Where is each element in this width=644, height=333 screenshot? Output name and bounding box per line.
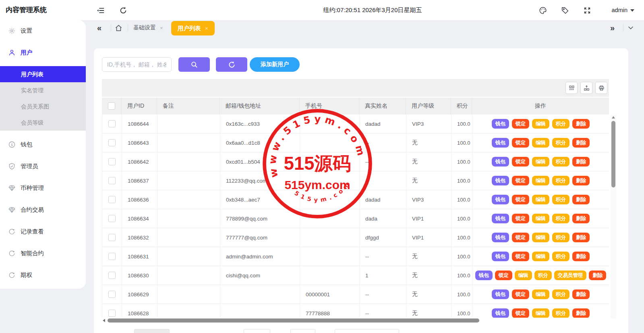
wallet-button[interactable]: 钱包 <box>492 233 509 243</box>
points-button[interactable]: 积分 <box>552 176 569 186</box>
points-button[interactable]: 积分 <box>552 289 569 300</box>
fullscreen-icon[interactable] <box>583 6 591 15</box>
edit-button[interactable]: 编辑 <box>515 271 532 281</box>
wallet-button[interactable]: 钱包 <box>492 252 509 262</box>
edit-button[interactable]: 编辑 <box>532 157 549 167</box>
points-button[interactable]: 积分 <box>552 138 569 148</box>
horizontal-scrollbar-thumb[interactable] <box>108 318 479 323</box>
sidebar-subitem-4[interactable]: 会员关系图 <box>0 98 86 114</box>
lock-button[interactable]: 锁定 <box>512 233 529 243</box>
lock-button[interactable]: 锁定 <box>512 308 529 318</box>
row-checkbox[interactable] <box>108 291 116 298</box>
delete-button[interactable]: 删除 <box>572 289 590 300</box>
delete-button[interactable]: 删除 <box>572 119 590 129</box>
select-all-checkbox[interactable] <box>108 102 115 110</box>
sidebar-item-9[interactable]: 合约交易 <box>0 202 86 218</box>
trader-button[interactable]: 交易员管理 <box>554 271 587 281</box>
pagination-button[interactable] <box>290 329 315 333</box>
points-button[interactable]: 积分 <box>552 308 569 318</box>
sidebar-subitem-3[interactable]: 实名管理 <box>0 82 86 98</box>
sidebar-subitem-2[interactable]: 用户列表 <box>0 66 86 82</box>
sidebar-item-1[interactable]: 用户 <box>0 44 86 60</box>
tabs-menu-chevron-down-icon[interactable] <box>627 20 634 35</box>
lock-button[interactable]: 锁定 <box>512 214 529 224</box>
tabs-scroll-left[interactable]: « <box>97 20 101 35</box>
points-button[interactable]: 积分 <box>552 252 569 262</box>
delete-button[interactable]: 删除 <box>572 214 590 224</box>
edit-button[interactable]: 编辑 <box>532 308 549 318</box>
search-input[interactable] <box>102 57 172 72</box>
edit-button[interactable]: 编辑 <box>532 233 549 243</box>
sidebar-item-12[interactable]: 期权 <box>0 267 86 283</box>
edit-button[interactable]: 编辑 <box>532 195 549 205</box>
print-icon[interactable] <box>595 82 607 94</box>
pagination-button[interactable] <box>244 329 270 333</box>
wallet-button[interactable]: 钱包 <box>492 119 509 129</box>
lock-button[interactable]: 锁定 <box>512 252 529 262</box>
scroll-left-arrow-icon[interactable] <box>103 319 105 322</box>
wallet-button[interactable]: 钱包 <box>492 138 509 148</box>
sidebar-item-0[interactable]: 设置 <box>0 23 86 39</box>
wallet-button[interactable]: 钱包 <box>492 289 509 300</box>
row-checkbox[interactable] <box>108 253 116 260</box>
wallet-button[interactable]: 钱包 <box>492 308 509 318</box>
tab-basic-settings[interactable]: 基础设置 × <box>133 20 163 35</box>
sidebar-item-6[interactable]: $钱包 <box>0 136 86 152</box>
tab-user-list[interactable]: 用户列表 × <box>171 21 215 35</box>
close-icon[interactable]: × <box>160 25 163 31</box>
row-checkbox[interactable] <box>108 196 116 203</box>
wallet-button[interactable]: 钱包 <box>492 195 509 205</box>
tabs-scroll-right[interactable]: » <box>610 20 615 35</box>
lock-button[interactable]: 锁定 <box>512 157 529 167</box>
lock-button[interactable]: 锁定 <box>512 289 529 300</box>
home-icon[interactable] <box>115 20 122 35</box>
user-menu[interactable]: admin <box>612 0 635 20</box>
lock-button[interactable]: 锁定 <box>512 195 529 205</box>
menu-fold-icon[interactable] <box>97 6 105 15</box>
delete-button[interactable]: 删除 <box>572 308 590 318</box>
delete-button[interactable]: 删除 <box>572 233 590 243</box>
row-checkbox[interactable] <box>108 158 116 165</box>
lock-button[interactable]: 锁定 <box>512 119 529 129</box>
points-button[interactable]: 积分 <box>552 195 569 205</box>
lock-button[interactable]: 锁定 <box>512 138 529 148</box>
add-user-button[interactable]: 添加新用户 <box>250 57 300 72</box>
delete-button[interactable]: 删除 <box>572 157 590 167</box>
row-checkbox[interactable] <box>108 120 116 127</box>
sidebar-item-8[interactable]: 币种管理 <box>0 180 86 196</box>
delete-button[interactable]: 删除 <box>572 252 590 262</box>
pagination-button[interactable] <box>335 329 399 333</box>
delete-button[interactable]: 删除 <box>572 195 590 205</box>
wallet-button[interactable]: 钱包 <box>492 176 509 186</box>
vertical-scrollbar-thumb[interactable] <box>611 121 615 187</box>
delete-button[interactable]: 删除 <box>589 271 606 281</box>
row-checkbox[interactable] <box>108 234 116 241</box>
columns-icon[interactable] <box>565 82 578 94</box>
refresh-icon[interactable] <box>119 6 127 15</box>
points-button[interactable]: 积分 <box>552 233 569 243</box>
edit-button[interactable]: 编辑 <box>532 119 549 129</box>
vertical-scrollbar[interactable] <box>611 115 616 318</box>
edit-button[interactable]: 编辑 <box>532 176 549 186</box>
wallet-button[interactable]: 钱包 <box>475 271 493 281</box>
row-checkbox[interactable] <box>108 310 116 317</box>
sidebar-subitem-5[interactable]: 会员等级 <box>0 114 86 131</box>
row-checkbox[interactable] <box>108 215 116 222</box>
edit-button[interactable]: 编辑 <box>532 252 549 262</box>
row-checkbox[interactable] <box>108 272 116 279</box>
horizontal-scrollbar[interactable] <box>102 318 609 323</box>
points-button[interactable]: 积分 <box>552 214 569 224</box>
sidebar-item-7[interactable]: 管理员 <box>0 158 86 174</box>
delete-button[interactable]: 删除 <box>572 176 590 186</box>
edit-button[interactable]: 编辑 <box>532 289 549 300</box>
wallet-button[interactable]: 钱包 <box>492 214 509 224</box>
scroll-up-arrow-icon[interactable] <box>612 116 615 119</box>
lock-button[interactable]: 锁定 <box>512 176 529 186</box>
sidebar-item-10[interactable]: 记录查看 <box>0 223 86 239</box>
points-button[interactable]: 积分 <box>552 119 569 129</box>
points-button[interactable]: 积分 <box>552 157 569 167</box>
row-checkbox[interactable] <box>108 177 116 184</box>
search-button[interactable] <box>178 57 210 72</box>
sidebar-item-11[interactable]: 智能合约 <box>0 245 86 261</box>
edit-button[interactable]: 编辑 <box>532 138 549 148</box>
